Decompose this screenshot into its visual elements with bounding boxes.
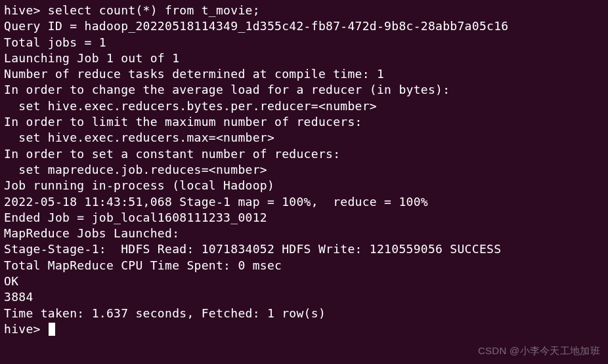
terminal-line: Job running in-process (local Hadoop) [4, 178, 604, 193]
terminal-line: Query ID = hadoop_20220518114349_1d355c4… [4, 18, 604, 34]
terminal-line: 2022-05-18 11:43:51,068 Stage-1 map = 10… [4, 194, 604, 210]
terminal-line: Stage-Stage-1: HDFS Read: 1071834052 HDF… [4, 241, 604, 257]
watermark-text: CSDN @小李今天工地加班 [478, 344, 600, 357]
terminal-line: Total jobs = 1 [4, 35, 604, 51]
terminal-line: Ended Job = job_local1608111233_0012 [4, 210, 604, 226]
terminal-line: Launching Job 1 out of 1 [4, 51, 604, 66]
terminal-prompt: hive> [4, 322, 48, 336]
terminal-line: set hive.exec.reducers.max=<number> [4, 130, 604, 146]
terminal-line: In order to change the average load for … [4, 82, 604, 98]
terminal-line: OK [4, 273, 604, 289]
terminal-line: In order to set a constant number of red… [4, 146, 604, 162]
terminal-output[interactable]: hive> select count(*) from t_movie; Quer… [4, 3, 604, 337]
terminal-line: set mapreduce.job.reduces=<number> [4, 162, 604, 178]
terminal-line: 3884 [4, 289, 604, 305]
terminal-line: Total MapReduce CPU Time Spent: 0 msec [4, 258, 604, 273]
cursor-icon [49, 323, 55, 336]
terminal-line: set hive.exec.reducers.bytes.per.reducer… [4, 98, 604, 114]
terminal-prompt-line[interactable]: hive> [4, 321, 604, 337]
terminal-line: Number of reduce tasks determined at com… [4, 66, 604, 82]
terminal-line: MapReduce Jobs Launched: [4, 226, 604, 241]
terminal-line: hive> select count(*) from t_movie; [4, 3, 604, 18]
terminal-line: In order to limit the maximum number of … [4, 114, 604, 130]
terminal-line: Time taken: 1.637 seconds, Fetched: 1 ro… [4, 306, 604, 321]
